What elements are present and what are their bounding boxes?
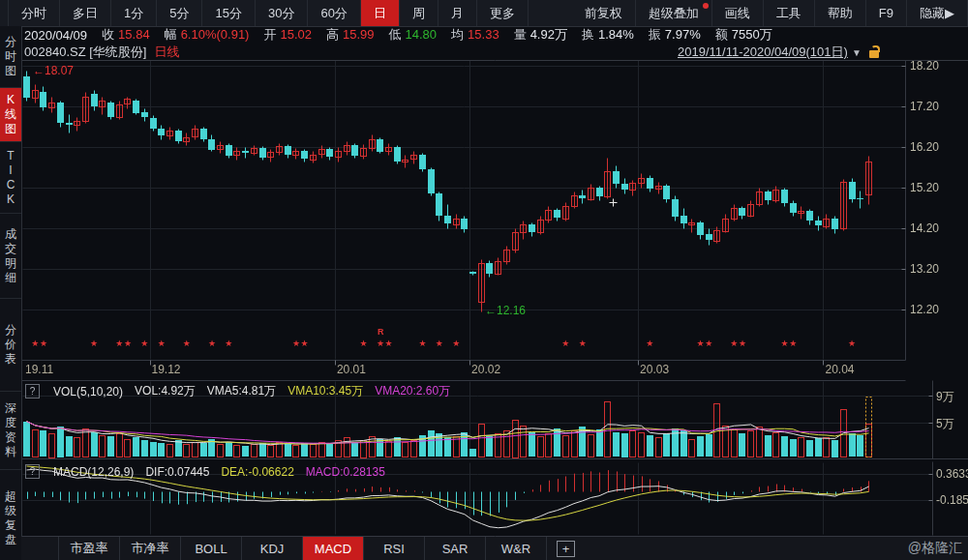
sidebar: 分 时 图K 线 图T I C K成 交 明 细分 价 表深 度 资 料超 级 … — [0, 26, 22, 560]
menu-item-画线[interactable]: 画线 — [712, 0, 764, 26]
macd-axis-label: 0.36331 — [936, 467, 968, 481]
macd-header-magenta: MACD:0.28135 — [306, 465, 385, 479]
menu-item-多日[interactable]: 多日 — [60, 0, 111, 26]
date-axis-label: 20.03 — [640, 363, 669, 376]
vol-header-yellow: VMA10:3.45万 — [287, 383, 363, 399]
menu-item-隐藏[interactable]: 隐藏▶ — [907, 0, 968, 26]
low-price-annotation: ←12.16 — [485, 304, 526, 317]
menu-item-60分[interactable]: 60分 — [308, 0, 360, 26]
field-幅: 幅6.10%(0.91) — [165, 26, 250, 44]
volume-pane-header: ? VOL(5,10,20)VOL:4.92万VMA5:4.81万VMA10:3… — [25, 383, 450, 399]
menu-item-周[interactable]: 周 — [400, 0, 439, 26]
date-axis-label: 20.04 — [826, 363, 855, 376]
vol-header-plain: VOL:4.92万 — [135, 383, 196, 399]
price-axis-label: 14.20 — [910, 221, 939, 235]
vol-header-magenta: VMA20:2.60万 — [375, 383, 450, 399]
field-低: 低14.80 — [389, 26, 438, 44]
stock-bar: 002840.SZ [华统股份] 日线 2019/11/11-2020/04/0… — [24, 44, 968, 60]
macd-pane-header: ? MACD(12,26,9)DIF:0.07445DEA:-0.06622MA… — [25, 464, 385, 479]
menu-item-日[interactable]: 日 — [361, 0, 400, 26]
date-range-selector[interactable]: 2019/11/11-2020/04/09(101日) ▼ — [678, 44, 879, 61]
volume-axis-label: 5万 — [936, 416, 954, 432]
notification-dot — [703, 3, 709, 9]
menu-item-超级叠加[interactable]: 超级叠加 — [636, 0, 712, 26]
unlock-icon[interactable] — [869, 50, 879, 58]
info-bar: 2020/04/09 收15.84幅6.10%(0.91)开15.02高15.9… — [24, 26, 968, 44]
volume-axis-label: 9万 — [936, 389, 954, 405]
menu-item-前复权[interactable]: 前复权 — [572, 0, 636, 26]
tab-KDJ[interactable]: KDJ — [242, 537, 303, 560]
field-振: 振7.97% — [649, 26, 701, 44]
period-label: 日线 — [154, 44, 179, 61]
menu-item-分时[interactable]: 分时 — [8, 0, 60, 26]
price-axis-label: 17.20 — [910, 100, 939, 113]
macd-header-yellow: DEA:-0.06622 — [221, 465, 293, 479]
high-price-annotation: ←18.07 — [33, 64, 74, 77]
menu-item-更多[interactable]: 更多 — [477, 0, 529, 26]
field-高: 高15.99 — [326, 26, 375, 44]
stock-app-window: 分时多日1分5分15分30分60分日周月更多前复权超级叠加画线工具帮助F9隐藏▶… — [0, 0, 968, 560]
chevron-down-icon[interactable]: ▼ — [852, 47, 862, 58]
price-axis-label: 12.20 — [910, 303, 939, 316]
vol-help-icon[interactable]: ? — [25, 384, 40, 398]
menu-item-帮助[interactable]: 帮助 — [815, 0, 866, 26]
price-axis-label: 18.20 — [910, 59, 939, 73]
tab-MACD[interactable]: MACD — [303, 537, 364, 560]
sidebar-item-超级复盘[interactable]: 超 级 复 盘 — [0, 470, 21, 560]
watermark: @格隆汇 — [908, 537, 968, 560]
stock-code: 002840.SZ — [24, 44, 86, 59]
tab-SAR[interactable]: SAR — [425, 537, 486, 560]
price-axis-label: 15.20 — [910, 181, 939, 194]
vol-header-plain: VOL(5,10,20) — [53, 385, 123, 398]
sidebar-item-深度资料[interactable]: 深 度 资 料 — [0, 392, 21, 470]
date-axis-label: 19.12 — [152, 363, 181, 376]
sidebar-item-K线图[interactable]: K 线 图 — [0, 88, 21, 142]
stock-name: [华统股份] — [89, 44, 146, 61]
date-axis-label: 19.11 — [25, 363, 53, 376]
trade-date: 2020/04/09 — [24, 28, 87, 43]
field-量: 量4.92万 — [514, 26, 567, 44]
menu-item-5分[interactable]: 5分 — [157, 0, 202, 26]
menu-item-1分[interactable]: 1分 — [111, 0, 157, 26]
date-axis-label: 20.01 — [337, 363, 366, 376]
macd-header-white: DIF:0.07445 — [145, 465, 209, 479]
menu-spacer — [529, 0, 572, 26]
menu-item-15分[interactable]: 15分 — [202, 0, 255, 26]
sidebar-item-分价表[interactable]: 分 价 表 — [0, 299, 21, 392]
top-menu: 分时多日1分5分15分30分60分日周月更多前复权超级叠加画线工具帮助F9隐藏▶ — [0, 0, 968, 27]
sidebar-item-成交明细[interactable]: 成 交 明 细 — [0, 214, 21, 299]
macd-help-icon[interactable]: ? — [25, 464, 40, 479]
macd-header-plain: MACD(12,26,9) — [53, 465, 134, 479]
sidebar-item-分时图[interactable]: 分 时 图 — [0, 26, 21, 88]
vol-header-white: VMA5:4.81万 — [207, 383, 276, 399]
sidebar-item-TICK[interactable]: T I C K — [0, 142, 21, 214]
field-开: 开15.02 — [263, 26, 312, 44]
tab-市净率[interactable]: 市净率 — [120, 537, 181, 560]
field-均: 均15.33 — [451, 26, 499, 44]
price-axis-label: 16.20 — [910, 140, 939, 154]
indicator-tab-bar: 市盈率市净率BOLLKDJMACDRSISARW&R+@格隆汇 — [21, 537, 968, 560]
date-axis-label: 20.02 — [471, 363, 500, 376]
tab-市盈率[interactable]: 市盈率 — [58, 537, 120, 560]
add-indicator-button[interactable]: + — [557, 541, 575, 557]
field-收: 收15.84 — [102, 26, 150, 44]
menu-item-月[interactable]: 月 — [439, 0, 477, 26]
tab-BOLL[interactable]: BOLL — [181, 537, 242, 560]
date-range-text[interactable]: 2019/11/11-2020/04/09(101日) — [678, 44, 848, 61]
menu-item-F9[interactable]: F9 — [866, 0, 907, 26]
field-换: 换1.84% — [582, 26, 634, 44]
menu-item-工具[interactable]: 工具 — [764, 0, 815, 26]
menu-item-30分[interactable]: 30分 — [256, 0, 308, 26]
tab-W&R[interactable]: W&R — [486, 537, 547, 560]
macd-axis-label: -0.18506 — [936, 493, 968, 507]
tab-RSI[interactable]: RSI — [364, 537, 425, 560]
field-额: 额7550万 — [715, 26, 772, 44]
price-axis-label: 13.20 — [910, 262, 939, 276]
